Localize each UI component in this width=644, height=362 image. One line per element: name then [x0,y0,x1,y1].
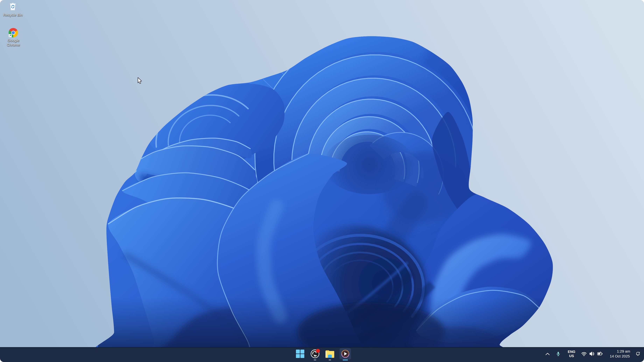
svg-text:14 Oct 2025: 14 Oct 2025 [610,354,630,358]
svg-text:US: US [569,354,574,358]
svg-text:Google: Google [7,38,19,42]
svg-text:ENG: ENG [568,350,575,354]
svg-text:Chrome: Chrome [7,43,20,47]
svg-text:Recycle Bin: Recycle Bin [3,13,22,17]
svg-text:1:29 am: 1:29 am [617,349,630,353]
